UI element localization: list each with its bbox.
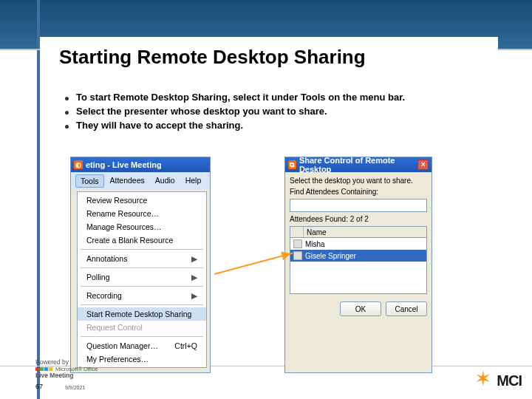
bullet-text: They will have to accept the sharing. bbox=[76, 120, 243, 131]
bullet-item: Select the presenter whose desktop you w… bbox=[65, 106, 405, 117]
attendee-name: Misha bbox=[305, 240, 325, 248]
bullet-text: To start Remote Desktop Sharing, select … bbox=[76, 92, 405, 103]
submenu-arrow-icon: ▶ bbox=[191, 273, 197, 282]
bullet-text: Select the presenter whose desktop you w… bbox=[76, 106, 327, 117]
find-attendees-input[interactable] bbox=[290, 199, 427, 212]
found-count: Attendees Found: 2 of 2 bbox=[290, 215, 427, 223]
tools-menu-window: ◐ eting - Live Meeting Tools Attendees A… bbox=[70, 157, 211, 373]
mci-logo: MCI bbox=[474, 371, 522, 390]
bullet-icon bbox=[65, 111, 69, 115]
menu-label: Question Manager… bbox=[86, 341, 158, 350]
office-flag-icon bbox=[35, 367, 52, 371]
menu-label: Annotations bbox=[86, 254, 127, 263]
powered-by-label: Powered by bbox=[35, 358, 69, 366]
menu-item-polling[interactable]: Polling▶ bbox=[78, 270, 206, 284]
powered-by-badge: Powered by Microsoft® Office Live Meetin… bbox=[35, 359, 98, 379]
find-label: Find Attendees Containing: bbox=[290, 188, 427, 196]
menu-separator bbox=[81, 286, 203, 287]
window-title: Share Control of Remote Desktop bbox=[299, 156, 417, 174]
bullet-list: To start Remote Desktop Sharing, select … bbox=[65, 89, 405, 134]
share-control-dialog: ⧉ Share Control of Remote Desktop × Sele… bbox=[284, 157, 432, 373]
powered-product: Live Meeting bbox=[35, 372, 73, 379]
star-icon bbox=[474, 371, 494, 390]
dialog-instruction: Select the desktop you want to share. bbox=[290, 177, 427, 185]
dialog-buttons: OK Cancel bbox=[290, 301, 427, 316]
window-titlebar: ◐ eting - Live Meeting bbox=[71, 157, 210, 172]
menu-item-recording[interactable]: Recording▶ bbox=[78, 289, 206, 302]
tools-dropdown: Review Resource Rename Resource… Manage … bbox=[77, 191, 207, 368]
menu-separator bbox=[81, 304, 203, 305]
ok-button[interactable]: OK bbox=[340, 301, 381, 316]
menu-item-question-manager[interactable]: Question Manager…Ctrl+Q bbox=[78, 339, 206, 352]
page-date: 9/9/2021 bbox=[65, 385, 85, 390]
page-title: Starting Remote Desktop Sharing bbox=[59, 46, 369, 72]
attendee-row-selected[interactable]: Gisele Springer bbox=[290, 250, 426, 262]
attendee-name: Gisele Springer bbox=[305, 252, 356, 260]
close-icon[interactable]: × bbox=[417, 160, 429, 170]
menu-attendees[interactable]: Attendees bbox=[106, 174, 149, 188]
attendee-listbox[interactable]: Misha Gisele Springer bbox=[290, 238, 427, 294]
bullet-icon bbox=[65, 125, 69, 129]
menu-item-manage[interactable]: Manage Resources… bbox=[78, 220, 206, 233]
menu-item-annotations[interactable]: Annotations▶ bbox=[78, 252, 206, 265]
menu-item-request-control: Request Control bbox=[78, 321, 206, 334]
share-icon: ⧉ bbox=[288, 160, 296, 169]
window-titlebar: ⧉ Share Control of Remote Desktop × bbox=[285, 157, 432, 172]
menu-label: Polling bbox=[86, 273, 110, 282]
menu-bar[interactable]: Tools Attendees Audio Help bbox=[71, 172, 210, 190]
attendee-list-header: Name bbox=[290, 226, 427, 238]
submenu-arrow-icon: ▶ bbox=[191, 291, 197, 300]
bullet-icon bbox=[65, 97, 69, 100]
brand-name: MCI bbox=[497, 372, 522, 389]
menu-label: Recording bbox=[86, 291, 122, 300]
menu-item-review[interactable]: Review Resource bbox=[78, 194, 206, 207]
menu-separator bbox=[81, 267, 203, 268]
menu-separator bbox=[81, 336, 203, 337]
menu-audio[interactable]: Audio bbox=[151, 174, 180, 188]
bullet-item: They will have to accept the sharing. bbox=[65, 120, 405, 131]
submenu-arrow-icon: ▶ bbox=[191, 254, 197, 263]
bullet-item: To start Remote Desktop Sharing, select … bbox=[65, 92, 405, 103]
icon-column bbox=[290, 227, 304, 237]
menu-shortcut: Ctrl+Q bbox=[174, 341, 197, 350]
page-number: 67 bbox=[35, 383, 43, 390]
cancel-button[interactable]: Cancel bbox=[386, 301, 427, 316]
menu-item-start-remote-sharing[interactable]: Start Remote Desktop Sharing bbox=[78, 307, 206, 321]
name-column-header: Name bbox=[304, 228, 327, 236]
menu-separator bbox=[81, 249, 203, 250]
person-icon bbox=[293, 239, 302, 248]
menu-item-create-blank[interactable]: Create a Blank Resource bbox=[78, 233, 206, 247]
attendee-row[interactable]: Misha bbox=[290, 238, 426, 250]
app-icon: ◐ bbox=[74, 160, 83, 169]
menu-item-rename[interactable]: Rename Resource… bbox=[78, 207, 206, 220]
menu-help[interactable]: Help bbox=[181, 174, 206, 188]
window-title: eting - Live Meeting bbox=[86, 160, 162, 169]
menu-tools[interactable]: Tools bbox=[75, 174, 104, 188]
